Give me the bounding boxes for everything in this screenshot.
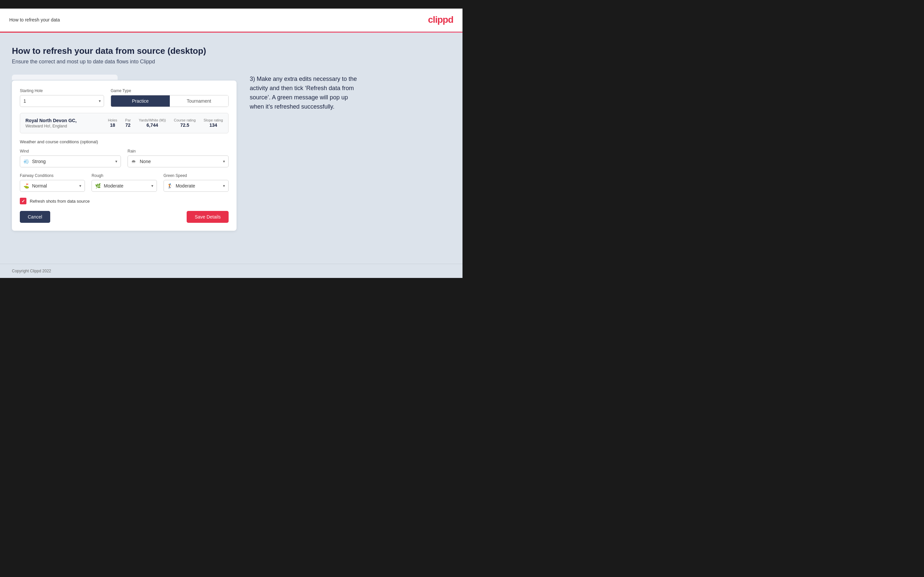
rain-select[interactable]: None Light Heavy [128, 156, 228, 167]
fairway-label: Fairway Conditions [20, 173, 85, 178]
green-speed-select-wrapper: 🏌 Moderate Fast Slow ▾ [163, 180, 229, 192]
rain-group: Rain 🌧 None Light Heavy ▾ [128, 149, 229, 168]
stat-holes: Holes 18 [108, 118, 117, 128]
course-name: Royal North Devon GC, [26, 118, 102, 123]
form-row-top: Starting Hole 1 10 ▾ Game Type Pract [20, 89, 229, 107]
yards-label: Yards/White (M)) [139, 118, 166, 122]
practice-button[interactable]: Practice [111, 95, 170, 106]
logo: clippd [428, 15, 453, 25]
fairway-group: Fairway Conditions ⛳ Normal Firm Soft ▾ [20, 173, 85, 192]
side-text: 3) Make any extra edits necessary to the… [250, 74, 362, 111]
form-row-weather: Wind 💨 Strong Light Moderate None ▾ [20, 149, 229, 168]
page-subheading: Ensure the correct and most up to date d… [12, 59, 451, 65]
stat-course-rating: Course rating 72.5 [174, 118, 195, 128]
starting-hole-select-wrapper: 1 10 ▾ [20, 95, 104, 107]
green-speed-select[interactable]: Moderate Fast Slow [164, 180, 228, 192]
game-type-group: Game Type Practice Tournament [111, 89, 229, 107]
stat-slope-rating: Slope rating 134 [204, 118, 223, 128]
rough-label: Rough [92, 173, 157, 178]
par-value: 72 [126, 122, 131, 128]
course-row: Royal North Devon GC, Westward Ho!, Engl… [20, 113, 229, 133]
refresh-checkbox-label: Refresh shots from data source [30, 199, 89, 204]
checkmark-icon: ✓ [21, 199, 25, 204]
button-row: Cancel Save Details [20, 211, 229, 223]
starting-hole-label: Starting Hole [20, 89, 104, 93]
par-label: Par [125, 118, 131, 122]
yards-value: 6,744 [147, 122, 158, 128]
fairway-select[interactable]: Normal Firm Soft [20, 180, 84, 192]
save-button[interactable]: Save Details [187, 211, 229, 223]
green-speed-label: Green Speed [163, 173, 229, 178]
wind-label: Wind [20, 149, 121, 153]
wind-select[interactable]: Strong Light Moderate None [20, 156, 121, 167]
tournament-button[interactable]: Tournament [170, 95, 229, 106]
stat-yards: Yards/White (M)) 6,744 [139, 118, 166, 128]
green-speed-group: Green Speed 🏌 Moderate Fast Slow ▾ [163, 173, 229, 192]
refresh-checkbox[interactable]: ✓ [20, 198, 26, 204]
holes-value: 18 [110, 122, 115, 128]
conditions-section-title: Weather and course conditions (optional) [20, 139, 229, 144]
course-rating-value: 72.5 [180, 122, 189, 128]
course-location: Westward Ho!, England [26, 124, 102, 128]
wind-group: Wind 💨 Strong Light Moderate None ▾ [20, 149, 121, 168]
form-card: Starting Hole 1 10 ▾ Game Type Pract [12, 81, 236, 231]
refresh-checkbox-row: ✓ Refresh shots from data source [20, 198, 229, 204]
partial-card-top [12, 74, 118, 80]
top-bar [0, 0, 462, 8]
rough-select[interactable]: Moderate Light Heavy [92, 180, 156, 192]
slope-rating-value: 134 [210, 122, 217, 128]
game-type-toggle: Practice Tournament [111, 95, 229, 107]
header-title: How to refresh your data [9, 17, 60, 23]
starting-hole-select[interactable]: 1 10 [20, 95, 104, 107]
page-heading: How to refresh your data from source (de… [12, 46, 451, 56]
form-area: Starting Hole 1 10 ▾ Game Type Pract [12, 74, 236, 231]
game-type-label: Game Type [111, 89, 229, 93]
main-content: How to refresh your data from source (de… [0, 33, 462, 264]
fairway-select-wrapper: ⛳ Normal Firm Soft ▾ [20, 180, 85, 192]
course-info: Royal North Devon GC, Westward Ho!, Engl… [26, 118, 102, 128]
course-rating-label: Course rating [174, 118, 195, 122]
side-description: 3) Make any extra edits necessary to the… [250, 74, 362, 111]
footer: Copyright Clippd 2022 [0, 264, 462, 278]
holes-label: Holes [108, 118, 117, 122]
starting-hole-group: Starting Hole 1 10 ▾ [20, 89, 104, 107]
content-row: Starting Hole 1 10 ▾ Game Type Pract [12, 74, 451, 231]
cancel-button[interactable]: Cancel [20, 211, 50, 223]
rough-group: Rough 🌿 Moderate Light Heavy ▾ [92, 173, 157, 192]
form-row-conditions: Fairway Conditions ⛳ Normal Firm Soft ▾ [20, 173, 229, 192]
wind-select-wrapper: 💨 Strong Light Moderate None ▾ [20, 155, 121, 168]
rain-select-wrapper: 🌧 None Light Heavy ▾ [128, 155, 229, 168]
header: How to refresh your data clippd [0, 8, 462, 32]
rough-select-wrapper: 🌿 Moderate Light Heavy ▾ [92, 180, 157, 192]
copyright-text: Copyright Clippd 2022 [12, 269, 51, 273]
stat-par: Par 72 [125, 118, 131, 128]
course-stats: Holes 18 Par 72 Yards/White (M)) 6,744 [108, 118, 223, 128]
slope-rating-label: Slope rating [204, 118, 223, 122]
rain-label: Rain [128, 149, 229, 153]
